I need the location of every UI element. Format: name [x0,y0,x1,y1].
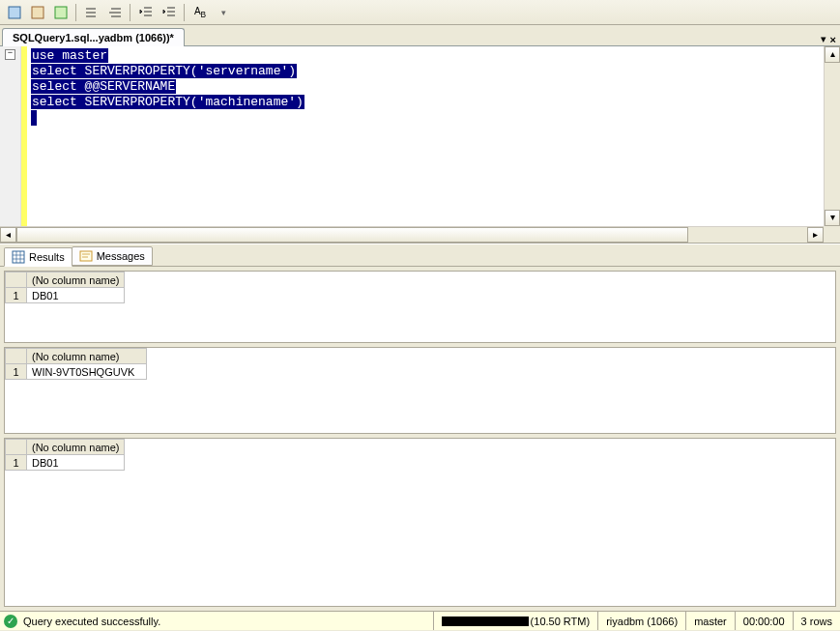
status-time: 00:00:00 [735,612,793,630]
close-icon[interactable]: × [830,34,836,45]
grid-2[interactable]: (No column name) 1WIN-9VT0SHQGUVK [5,348,147,380]
status-database: master [685,612,735,630]
scroll-thumb[interactable] [16,227,688,243]
status-bar: Query executed successfully. (10.50 RTM)… [0,611,840,630]
grid-corner[interactable] [6,272,27,288]
scroll-left-icon[interactable]: ◂ [0,227,16,243]
dropdown-icon[interactable]: ▾ [821,33,826,45]
scroll-down-icon[interactable]: ▾ [825,210,840,226]
result-grid-3: (No column name) 1DB01 [4,438,836,607]
document-tab[interactable]: SQLQuery1.sql...yadbm (1066))* [2,28,185,46]
indent-btn[interactable] [81,3,102,22]
grid-corner[interactable] [6,349,27,364]
status-rowcount: 3 rows [793,612,840,630]
grid-corner[interactable] [6,440,27,455]
outdent-btn[interactable] [104,3,126,22]
results-tabstrip: Results Messages [0,244,840,267]
grid-1[interactable]: (No column name) 1DB01 [5,272,125,303]
fold-toggle[interactable]: − [5,49,15,60]
row-number[interactable]: 1 [6,364,27,380]
scroll-up-icon[interactable]: ▴ [825,46,840,63]
result-grid-1: (No column name) 1DB01 [4,271,836,343]
row-number[interactable]: 1 [6,288,27,303]
messages-icon [79,249,93,263]
cell[interactable]: DB01 [27,288,125,303]
tab-results[interactable]: Results [4,247,72,267]
toolbar-btn-3[interactable] [50,3,72,22]
scroll-corner [824,226,840,243]
toolbar-btn-1[interactable] [4,3,25,22]
column-header[interactable]: (No column name) [27,440,125,455]
vertical-scrollbar[interactable]: ▴ ▾ [824,46,840,226]
result-grid-2: (No column name) 1WIN-9VT0SHQGUVK [4,347,836,434]
toolbar-separator [184,4,186,21]
document-tab-bar: SQLQuery1.sql...yadbm (1066))* ▾ × [0,25,840,46]
toolbar-separator [75,4,77,21]
tab-messages-label: Messages [97,250,145,262]
svg-rect-1 [32,7,43,18]
cell[interactable]: WIN-9VT0SHQGUVK [27,364,147,380]
success-icon [4,615,17,628]
code-line-3: select @@SERVERNAME [31,79,176,94]
svg-rect-2 [55,7,67,18]
code-line-4: select SERVERPROPERTY('machinename') [31,95,304,109]
decrease-indent-btn[interactable] [135,3,157,22]
tab-messages[interactable]: Messages [72,246,153,266]
toolbar-separator [130,4,131,21]
code-area[interactable]: use master select SERVERPROPERTY('server… [27,46,840,243]
column-header[interactable]: (No column name) [27,272,125,288]
code-line-1: use master [31,48,108,63]
increase-indent-btn[interactable] [159,3,180,22]
toolbar-btn-2[interactable] [27,3,48,22]
status-server: (10.50 RTM) [433,612,598,630]
tab-title: SQLQuery1.sql...yadbm (1066))* [13,32,174,43]
cell[interactable]: DB01 [27,455,125,471]
grid-icon [12,250,25,264]
sql-editor[interactable]: − use master select SERVERPROPERTY('serv… [0,46,840,244]
row-number[interactable]: 1 [6,455,27,471]
status-message: Query executed successfully. [21,616,433,627]
redacted-server [442,617,529,626]
grid-3[interactable]: (No column name) 1DB01 [5,439,125,471]
column-header[interactable]: (No column name) [27,349,147,364]
uncomment-btn[interactable]: ▾ [213,3,234,22]
comment-btn[interactable]: AB [189,3,211,22]
scroll-right-icon[interactable]: ▸ [807,227,824,243]
code-line-2: select SERVERPROPERTY('servername') [31,64,297,78]
tab-results-label: Results [29,251,65,263]
horizontal-scrollbar[interactable]: ◂ ▸ [0,226,824,243]
status-user: riyadbm (1066) [597,612,685,630]
svg-rect-4 [80,251,92,261]
svg-rect-0 [9,7,20,18]
text-cursor [31,110,37,126]
results-area: (No column name) 1DB01 (No column name) … [0,267,840,611]
fold-gutter: − [0,46,21,243]
toolbar: AB ▾ [0,0,840,25]
svg-rect-3 [13,251,24,263]
